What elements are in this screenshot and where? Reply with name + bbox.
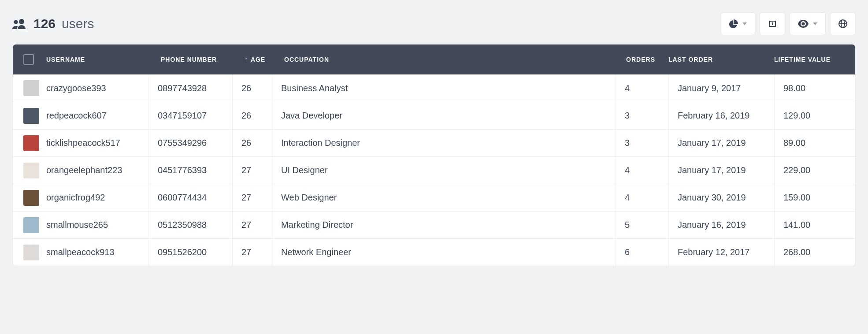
column-occupation[interactable]: OCCUPATION [284,56,616,63]
column-orders[interactable]: ORDERS [616,56,668,63]
table-row[interactable]: ticklishpeacock517075534929626Interactio… [13,129,855,156]
sort-ascending-icon: ↑ [245,56,248,63]
column-age[interactable]: ↑ AGE [245,56,284,63]
svg-point-1 [14,20,18,24]
cell-occupation: UI Designer [272,157,616,184]
cell-age: 27 [232,184,272,211]
cell-age: 26 [232,74,272,102]
cell-occupation: Interaction Designer [272,130,616,156]
avatar [23,217,39,233]
cell-orders: 3 [616,102,668,129]
cell-occupation: Web Designer [272,184,616,211]
export-icon [768,19,777,28]
chevron-down-icon [813,22,817,25]
column-lifetime[interactable]: LIFETIME VALUE [774,56,845,63]
globe-icon [838,19,847,28]
table-body: crazygoose393089774392826Business Analys… [13,74,855,266]
cell-orders: 4 [616,157,668,184]
cell-orders: 5 [616,212,668,238]
cell-last-order: January 30, 2019 [668,184,774,211]
chevron-down-icon [742,22,747,25]
avatar [23,80,39,96]
cell-age: 27 [232,157,272,184]
avatar [23,135,39,151]
table-row[interactable]: redpeacock607034715910726Java Developer3… [13,102,855,129]
cell-orders: 6 [616,239,668,266]
cell-age: 26 [232,130,272,156]
table-row[interactable]: smallmouse265051235098827Marketing Direc… [13,211,855,238]
visibility-button[interactable] [790,12,826,35]
cell-phone: 0347159107 [148,102,232,129]
toolbar [721,12,856,35]
cell-lifetime: 129.00 [774,102,845,129]
cell-occupation: Network Engineer [272,239,616,266]
globe-button[interactable] [830,12,856,35]
select-all-checkbox[interactable] [23,54,34,65]
table-row[interactable]: smallpeacock913095152620027Network Engin… [13,238,855,266]
cell-lifetime: 159.00 [774,184,845,211]
cell-username: smallpeacock913 [46,247,148,257]
cell-username: orangeelephant223 [46,165,148,175]
column-last-order[interactable]: LAST ORDER [668,56,774,63]
cell-phone: 0951526200 [148,239,232,266]
cell-phone: 0897743928 [148,74,232,102]
cell-orders: 4 [616,74,668,102]
cell-phone: 0600774434 [148,184,232,211]
cell-occupation: Business Analyst [272,74,616,102]
user-count: 126 [33,16,56,31]
cell-lifetime: 141.00 [774,212,845,238]
chart-view-button[interactable] [721,12,755,35]
column-age-label: AGE [251,56,265,63]
cell-age: 27 [232,212,272,238]
table-row[interactable]: crazygoose393089774392826Business Analys… [13,74,855,102]
cell-username: smallmouse265 [46,220,148,230]
users-table: USERNAME PHONE NUMBER ↑ AGE OCCUPATION O… [12,44,856,266]
cell-username: redpeacock607 [46,111,148,121]
cell-last-order: February 16, 2019 [668,102,774,129]
cell-username: ticklishpeacock517 [46,138,148,148]
svg-point-0 [19,19,24,24]
users-label: users [62,16,94,31]
cell-phone: 0755349296 [148,130,232,156]
cell-last-order: January 9, 2017 [668,74,774,102]
cell-last-order: January 17, 2019 [668,157,774,184]
column-phone[interactable]: PHONE NUMBER [161,56,245,63]
page-title-group: 126 users [12,16,94,31]
cell-age: 27 [232,239,272,266]
table-row[interactable]: orangeelephant223045177639327UI Designer… [13,156,855,184]
avatar [23,163,39,178]
cell-occupation: Java Developer [272,102,616,129]
export-button[interactable] [760,12,785,35]
cell-last-order: February 12, 2017 [668,239,774,266]
cell-phone: 0512350988 [148,212,232,238]
cell-lifetime: 89.00 [774,130,845,156]
cell-last-order: January 16, 2019 [668,212,774,238]
avatar [23,245,39,260]
cell-username: crazygoose393 [46,83,148,93]
eye-icon [798,20,809,28]
page-header: 126 users [12,12,856,35]
cell-orders: 3 [616,130,668,156]
users-icon [12,19,27,29]
cell-last-order: January 17, 2019 [668,130,774,156]
cell-lifetime: 229.00 [774,157,845,184]
cell-lifetime: 268.00 [774,239,845,266]
cell-occupation: Marketing Director [272,212,616,238]
column-username[interactable]: USERNAME [46,56,161,63]
cell-phone: 0451776393 [148,157,232,184]
cell-lifetime: 98.00 [774,74,845,102]
pie-chart-icon [729,19,738,28]
cell-username: organicfrog492 [46,193,148,203]
cell-age: 26 [232,102,272,129]
table-row[interactable]: organicfrog492060077443427Web Designer4J… [13,184,855,211]
cell-orders: 4 [616,184,668,211]
table-header: USERNAME PHONE NUMBER ↑ AGE OCCUPATION O… [13,45,855,74]
avatar [23,108,39,124]
avatar [23,190,39,206]
